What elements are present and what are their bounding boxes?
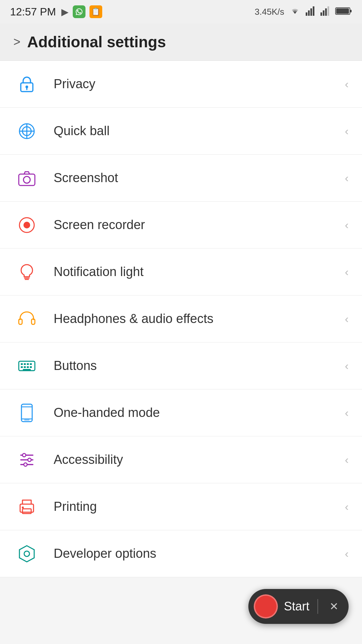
status-right: 3.45K/s	[255, 6, 352, 17]
chevron-icon-quickball: ‹	[345, 124, 349, 138]
chevron-icon-onehandedmode: ‹	[345, 406, 349, 419]
svg-rect-10	[336, 8, 349, 14]
svg-point-52	[24, 551, 29, 556]
svg-point-47	[24, 463, 27, 466]
settings-item-developeroptions[interactable]: Developer options ‹	[0, 530, 362, 577]
item-label-headphones: Headphones & audio effects	[54, 312, 345, 326]
item-label-privacy: Privacy	[54, 77, 345, 91]
item-label-printing: Printing	[54, 499, 345, 514]
chevron-icon-screenshot: ‹	[345, 171, 349, 184]
status-time: 12:57 PM	[10, 6, 56, 18]
settings-item-onehandedmode[interactable]: One-handed mode ‹	[0, 389, 362, 436]
sliders-icon	[13, 446, 40, 473]
lock-icon	[13, 71, 40, 98]
svg-rect-1	[308, 10, 310, 16]
settings-item-buttons[interactable]: Buttons ‹	[0, 342, 362, 389]
hexagon-icon	[13, 540, 40, 567]
status-bar: 12:57 PM ▶ 📋 3.45K/s	[0, 0, 362, 23]
svg-point-45	[22, 453, 26, 457]
app-icon: 📋	[89, 5, 102, 18]
headphones-icon	[13, 306, 40, 332]
keyboard-icon	[13, 353, 40, 379]
svg-rect-36	[23, 369, 31, 371]
item-label-quickball: Quick ball	[54, 124, 345, 138]
play-icon: ▶	[61, 6, 69, 17]
chevron-icon-printing: ‹	[345, 500, 349, 513]
item-label-notificationlight: Notification light	[54, 265, 345, 279]
whatsapp-icon	[73, 5, 85, 18]
svg-rect-4	[320, 12, 322, 16]
svg-rect-6	[325, 8, 327, 16]
floating-record-button[interactable]: Start ✕	[248, 589, 349, 624]
settings-item-screenshot[interactable]: Screenshot ‹	[0, 155, 362, 202]
svg-rect-29	[27, 363, 29, 365]
item-label-screenrecorder: Screen recorder	[54, 218, 345, 232]
svg-marker-51	[19, 546, 34, 562]
svg-point-50	[22, 506, 24, 508]
record-divider	[317, 599, 318, 614]
settings-item-screenrecorder[interactable]: Screen recorder ‹	[0, 202, 362, 249]
printer-icon	[13, 493, 40, 520]
svg-rect-3	[313, 6, 314, 16]
signal-icon-1	[306, 6, 316, 17]
header[interactable]: > Additional settings	[0, 23, 362, 61]
svg-rect-49	[22, 509, 31, 514]
svg-rect-18	[19, 174, 35, 185]
phone-icon	[13, 399, 40, 426]
item-label-buttons: Buttons	[54, 359, 345, 373]
settings-list: Privacy ‹ Quick ball ‹ Screenshot ‹ Sc	[0, 61, 362, 577]
network-speed: 3.45K/s	[255, 7, 284, 17]
settings-item-notificationlight[interactable]: Notification light ‹	[0, 249, 362, 296]
item-label-onehandedmode: One-handed mode	[54, 406, 345, 420]
svg-rect-0	[306, 12, 307, 16]
chevron-icon-headphones: ‹	[345, 312, 349, 325]
status-notification-icons: ▶ 📋	[61, 5, 102, 18]
chevron-icon-accessibility: ‹	[345, 453, 349, 466]
record-icon	[13, 212, 40, 238]
svg-rect-9	[350, 10, 352, 12]
wifi-icon	[289, 6, 301, 17]
target-icon	[13, 118, 40, 145]
settings-item-headphones[interactable]: Headphones & audio effects ‹	[0, 296, 362, 342]
settings-item-privacy[interactable]: Privacy ‹	[0, 61, 362, 108]
chevron-icon-screenrecorder: ‹	[345, 218, 349, 231]
back-chevron-icon[interactable]: >	[13, 35, 20, 49]
settings-item-quickball[interactable]: Quick ball ‹	[0, 108, 362, 155]
svg-rect-5	[323, 10, 324, 16]
record-start-label[interactable]: Start	[284, 599, 309, 613]
svg-rect-2	[310, 8, 312, 16]
item-label-developeroptions: Developer options	[54, 546, 345, 561]
status-left: 12:57 PM ▶ 📋	[10, 5, 102, 18]
svg-rect-30	[30, 363, 32, 365]
svg-rect-28	[24, 363, 26, 365]
settings-item-accessibility[interactable]: Accessibility ‹	[0, 436, 362, 483]
chevron-icon-developeroptions: ‹	[345, 547, 349, 560]
svg-rect-27	[21, 363, 23, 365]
record-close-icon[interactable]: ✕	[329, 600, 339, 613]
svg-point-19	[23, 176, 30, 183]
item-label-accessibility: Accessibility	[54, 452, 345, 467]
settings-item-printing[interactable]: Printing ‹	[0, 483, 362, 530]
item-label-screenshot: Screenshot	[54, 171, 345, 185]
page-title: Additional settings	[27, 33, 166, 51]
signal-icon-2	[320, 6, 330, 17]
chevron-icon-notificationlight: ‹	[345, 265, 349, 278]
chevron-icon-privacy: ‹	[345, 77, 349, 91]
svg-rect-7	[327, 6, 329, 16]
record-dot-icon	[254, 594, 278, 619]
bulb-icon	[13, 259, 40, 285]
svg-point-21	[23, 222, 30, 228]
battery-icon	[335, 6, 352, 17]
camera-icon	[13, 165, 40, 192]
svg-point-46	[28, 458, 31, 462]
svg-rect-41	[24, 419, 29, 421]
chevron-icon-buttons: ‹	[345, 359, 349, 372]
